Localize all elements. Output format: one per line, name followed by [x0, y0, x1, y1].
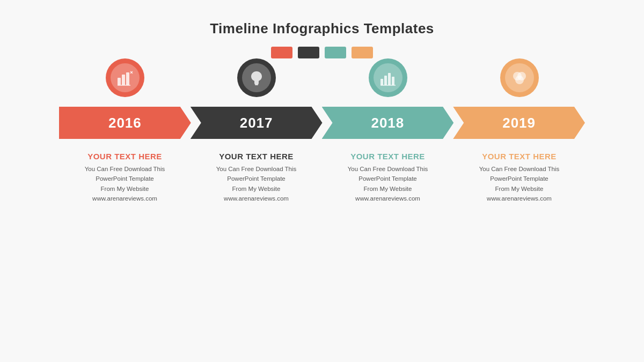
svg-point-15	[515, 76, 524, 84]
bar-chart2-icon	[379, 69, 397, 86]
item-description-4: You Can Free Download This PowerPoint Te…	[479, 164, 560, 204]
text-wrapper-2: YOUR TEXT HERE You Can Free Download Thi…	[191, 144, 322, 204]
item-heading-2: YOUR TEXT HERE	[219, 152, 294, 161]
arrow-shape-2: 2017	[191, 107, 323, 139]
item-text-4: YOUR TEXT HERE You Can Free Download Thi…	[466, 152, 573, 204]
pin-circle-3	[369, 58, 407, 97]
pin-wrapper-2	[191, 58, 322, 107]
legend-dark	[298, 47, 319, 58]
arrow-shape-1: 2016	[59, 107, 191, 139]
svg-rect-1	[122, 75, 125, 85]
item-description-1: You Can Free Download This PowerPoint Te…	[85, 164, 165, 204]
svg-rect-9	[384, 76, 387, 85]
pins-row	[59, 58, 585, 107]
pin-inner-2	[242, 63, 271, 92]
arrow-row: 2016 2017 2018 2019	[59, 107, 585, 139]
text-wrapper-3: YOUR TEXT HERE You Can Free Download Thi…	[322, 144, 453, 204]
pin-inner-1	[111, 63, 140, 92]
item-heading-1: YOUR TEXT HERE	[87, 152, 162, 161]
year-1: 2016	[108, 115, 142, 131]
pin-circle-1	[106, 58, 144, 97]
arrow-segment-2: 2017	[191, 107, 323, 139]
arrow-segment-1: 2016	[59, 107, 191, 139]
svg-rect-6	[254, 83, 259, 84]
pin-circle-2	[237, 58, 276, 97]
item-heading-3: YOUR TEXT HERE	[350, 152, 425, 161]
item-heading-4: YOUR TEXT HERE	[482, 152, 557, 161]
text-wrapper-1: YOUR TEXT HERE You Can Free Download Thi…	[59, 144, 191, 204]
pin-wrapper-3	[322, 58, 453, 107]
legend-red	[271, 47, 292, 58]
item-text-2: YOUR TEXT HERE You Can Free Download Thi…	[203, 152, 310, 204]
text-wrapper-4: YOUR TEXT HERE You Can Free Download Thi…	[453, 144, 585, 204]
pin-3	[367, 58, 409, 107]
year-4: 2019	[502, 115, 536, 131]
item-description-2: You Can Free Download This PowerPoint Te…	[216, 164, 297, 204]
item-text-1: YOUR TEXT HERE You Can Free Download Thi…	[71, 152, 179, 204]
pin-inner-3	[374, 63, 402, 92]
svg-rect-8	[380, 79, 383, 85]
svg-rect-0	[118, 78, 121, 85]
year-3: 2018	[371, 115, 404, 131]
legend-teal	[325, 47, 346, 58]
pin-inner-4	[505, 63, 534, 92]
svg-rect-7	[255, 84, 258, 85]
venn-icon	[511, 69, 528, 86]
pin-4	[498, 58, 541, 107]
svg-rect-10	[388, 73, 391, 85]
page-title: Timeline Infographics Templates	[210, 20, 434, 37]
item-text-3: YOUR TEXT HERE You Can Free Download Thi…	[334, 152, 442, 204]
pin-wrapper-1	[59, 58, 191, 107]
pin-circle-4	[500, 58, 539, 97]
svg-rect-2	[126, 72, 129, 85]
arrow-segment-3: 2018	[322, 107, 454, 139]
pin-1	[104, 58, 147, 107]
legend-orange	[352, 47, 373, 58]
arrow-shape-4: 2019	[453, 107, 585, 139]
texts-row: YOUR TEXT HERE You Can Free Download Thi…	[59, 144, 585, 204]
pin-2	[235, 58, 278, 107]
lightbulb-icon	[248, 69, 265, 86]
svg-rect-11	[392, 77, 394, 85]
item-description-3: You Can Free Download This PowerPoint Te…	[348, 164, 428, 204]
color-legend	[271, 47, 373, 58]
arrow-segment-4: 2019	[453, 107, 585, 139]
pin-wrapper-4	[453, 58, 585, 107]
arrow-shape-3: 2018	[322, 107, 454, 139]
year-2: 2017	[240, 115, 273, 131]
bar-chart-icon	[116, 69, 134, 86]
